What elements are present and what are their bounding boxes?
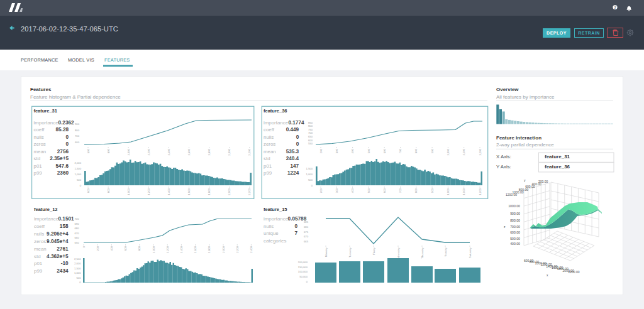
svg-text:2,400: 2,400 [250, 246, 253, 253]
svg-text:900: 900 [75, 122, 80, 126]
svg-text:200: 200 [96, 246, 99, 251]
svg-text:1000.00: 1000.00 [508, 204, 520, 208]
svg-text:0: 0 [296, 141, 299, 147]
svg-text:400: 400 [110, 246, 113, 251]
svg-text:nulls: nulls [264, 224, 274, 229]
svg-text:700: 700 [308, 131, 313, 134]
svg-text:200,000: 200,000 [298, 261, 308, 264]
svg-text:700: 700 [75, 134, 80, 138]
svg-text:2,000: 2,000 [222, 246, 225, 253]
svg-text:1,100: 1,100 [462, 188, 465, 195]
svg-text:zeros: zeros [34, 141, 46, 147]
svg-text:2,200: 2,200 [236, 246, 239, 253]
svg-text:200: 200 [319, 188, 323, 193]
svg-text:1,000: 1,000 [74, 271, 81, 274]
svg-text:300: 300 [335, 188, 338, 193]
svg-text:p01: p01 [34, 261, 42, 266]
svg-text:1,000: 1,000 [127, 188, 130, 195]
svg-text:feature_12: feature_12 [34, 207, 58, 212]
svg-text:800: 800 [414, 149, 418, 154]
svg-text:800: 800 [414, 188, 418, 193]
svg-text:800: 800 [138, 246, 141, 251]
svg-text:690: 690 [75, 222, 80, 225]
svg-text:2,000: 2,000 [228, 149, 231, 156]
svg-text:85.28: 85.28 [56, 127, 69, 133]
svg-text:500: 500 [77, 178, 82, 182]
svg-text:2200.00: 2200.00 [568, 270, 579, 274]
svg-text:-10: -10 [61, 261, 69, 266]
svg-text:800: 800 [308, 124, 313, 127]
svg-text:1,200: 1,200 [147, 149, 150, 156]
svg-text:150,000: 150,000 [298, 266, 308, 269]
svg-text:std: std [264, 156, 270, 161]
svg-text:RETRAIN: RETRAIN [578, 31, 600, 35]
svg-text:1,100: 1,100 [462, 149, 465, 156]
svg-text:1,000: 1,000 [75, 173, 82, 176]
svg-text:p99: p99 [34, 170, 43, 176]
svg-text:importance: importance [264, 120, 289, 126]
svg-text:std: std [34, 254, 41, 259]
svg-text:feature_31: feature_31 [545, 154, 570, 160]
svg-text:400: 400 [351, 188, 354, 193]
svg-text:std: std [34, 156, 41, 161]
svg-text:1,000: 1,000 [152, 246, 155, 253]
svg-text:2756: 2756 [57, 149, 69, 154]
svg-text:900: 900 [431, 149, 434, 154]
svg-text:X Axis:: X Axis: [496, 154, 511, 160]
svg-text:50,000: 50,000 [299, 275, 308, 278]
svg-text:Friday: Friday [372, 247, 375, 255]
svg-text:1,000: 1,000 [127, 149, 130, 156]
svg-text:2,200: 2,200 [248, 149, 251, 156]
svg-text:240.4: 240.4 [286, 156, 299, 161]
svg-text:660: 660 [75, 236, 80, 239]
svg-text:importance: importance [264, 216, 289, 222]
svg-text:2,200: 2,200 [248, 188, 251, 195]
svg-text:coeff: coeff [264, 127, 275, 133]
svg-text:1224: 1224 [287, 170, 299, 176]
svg-text:600: 600 [124, 246, 127, 251]
svg-text:600: 600 [308, 139, 313, 142]
svg-text:zeros: zeros [34, 239, 46, 244]
svg-text:550: 550 [308, 142, 313, 145]
svg-text:?: ? [614, 5, 616, 9]
svg-text:2017-06-02-12-35-47-065-UTC: 2017-06-02-12-35-47-065-UTC [21, 25, 118, 33]
svg-text:2360: 2360 [57, 170, 69, 176]
svg-text:600: 600 [87, 188, 90, 193]
svg-text:categories: categories [264, 238, 286, 244]
svg-text:FEATURES: FEATURES [104, 57, 130, 63]
svg-text:800: 800 [107, 149, 110, 154]
svg-text:1,000: 1,000 [447, 149, 450, 156]
svg-text:2-way partial dependence: 2-way partial dependence [496, 142, 554, 148]
svg-text:700.00: 700.00 [510, 225, 520, 229]
svg-text:feature_15: feature_15 [264, 207, 287, 212]
svg-text:147: 147 [291, 163, 299, 169]
svg-text:feature_36: feature_36 [545, 164, 570, 170]
svg-text:0.1774: 0.1774 [288, 120, 304, 126]
svg-text:200: 200 [319, 149, 323, 154]
svg-text:1,200: 1,200 [479, 149, 482, 156]
svg-text:1,500: 1,500 [306, 167, 313, 170]
svg-text:665: 665 [304, 240, 309, 243]
svg-text:158: 158 [60, 224, 69, 229]
svg-text:1,500: 1,500 [75, 167, 82, 170]
svg-text:800: 800 [107, 188, 110, 193]
svg-text:Sunday: Sunday [444, 247, 447, 256]
svg-text:p01: p01 [34, 163, 42, 169]
svg-text:1,400: 1,400 [167, 149, 170, 156]
svg-text:2434: 2434 [57, 268, 69, 274]
svg-text:600: 600 [75, 141, 80, 144]
svg-text:0: 0 [294, 224, 297, 229]
svg-text:Y Axis:: Y Axis: [496, 164, 511, 170]
svg-text:1,000: 1,000 [447, 188, 450, 195]
svg-text:650: 650 [75, 241, 80, 244]
svg-text:1,600: 1,600 [194, 246, 197, 253]
svg-text:670: 670 [304, 235, 309, 238]
svg-text:800.00: 800.00 [510, 219, 520, 222]
svg-text:PERFORMANCE: PERFORMANCE [21, 57, 58, 63]
svg-text:nulls: nulls [264, 134, 274, 140]
svg-text:300: 300 [335, 149, 338, 154]
svg-text:900: 900 [431, 188, 434, 193]
svg-text:2.35e+5: 2.35e+5 [50, 156, 69, 161]
svg-text:500: 500 [367, 149, 370, 154]
svg-text:670: 670 [75, 232, 80, 235]
